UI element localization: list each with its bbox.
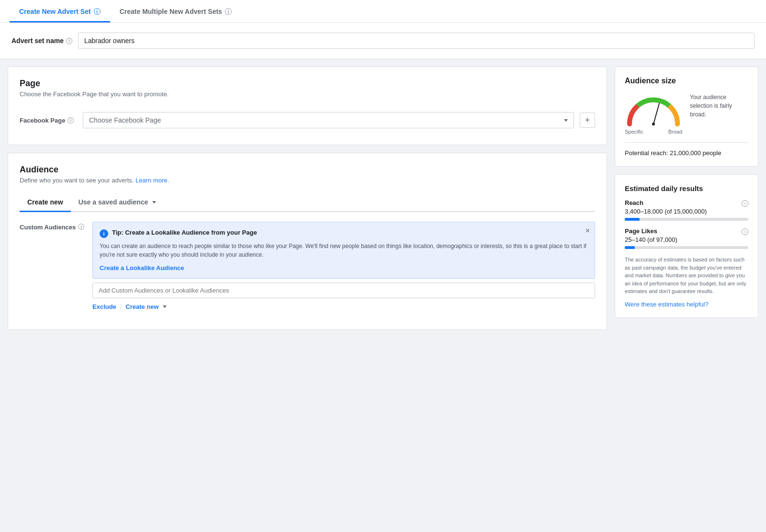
exclude-link[interactable]: Exclude [92,303,116,310]
audience-tab-saved-label: Use a saved audience [79,198,148,206]
gauge-svg: Specific Broad [625,93,682,135]
broad-label: Broad [668,129,682,135]
reach-info-icon[interactable]: i [742,200,748,207]
tip-title: Tip: Create a Lookalike Audience from yo… [112,229,257,236]
reach-value: 3,400–18,000 (of 15,000,000) [625,208,748,215]
audience-size-title: Audience size [625,77,748,85]
custom-audiences-info-icon[interactable]: i [78,224,84,230]
tip-close-button[interactable]: × [586,227,590,235]
tip-body: You can create an audience to reach peop… [100,242,588,259]
tabs-container: Create New Advert Set i Create Multiple … [0,0,766,23]
tab-create-multiple-info-icon[interactable]: i [225,8,232,15]
audience-tabs: Create new Use a saved audience [20,193,595,212]
page-likes-bar-fill [625,246,635,249]
fb-page-row: Facebook Page i Choose Facebook Page + [20,107,595,133]
fb-page-info-icon[interactable]: i [68,117,74,124]
tip-box-header: i Tip: Create a Lookalike Audience from … [100,229,588,238]
create-new-chevron-icon [163,306,167,308]
audience-tab-create-new[interactable]: Create new [20,193,71,212]
fb-page-placeholder: Choose Facebook Page [89,116,161,124]
right-column: Audience size [615,67,758,330]
tab-create-multiple[interactable]: Create Multiple New Advert Sets i [110,0,241,23]
page-likes-metric-row: Page Likes i [625,227,748,236]
estimated-daily-title: Estimated daily results [625,184,748,192]
fb-page-add-button[interactable]: + [580,113,595,128]
potential-reach: Potential reach: 21,000,000 people [625,149,748,157]
audience-size-card: Audience size [615,67,758,167]
advert-name-section: Advert set name i [0,23,766,59]
tab-create-multiple-label: Create Multiple New Advert Sets [120,8,222,15]
advert-name-label: Advert set name i [11,37,72,45]
fb-page-label: Facebook Page i [20,117,77,124]
main-content: Page Choose the Facebook Page that you w… [0,59,766,338]
page-section-title: Page [20,79,595,89]
audiences-input[interactable] [92,283,595,298]
tab-create-new-label: Create New Advert Set [19,8,91,15]
advert-name-info-icon[interactable]: i [66,38,72,44]
audience-tab-create-new-label: Create new [27,198,63,206]
audience-size-description: Your audience selection is fairly broad. [690,93,748,119]
page-likes-label: Page Likes [625,227,657,235]
learn-more-link[interactable]: Learn more. [135,177,169,184]
gauge-container: Specific Broad Your audience selection i… [625,93,748,135]
audience-section-title: Audience [20,165,595,175]
reach-bar-track [625,218,748,221]
custom-audiences-label: Custom Audiences i [20,222,87,310]
tip-info-icon: i [100,229,108,238]
audience-section-subtitle: Define who you want to see your adverts.… [20,177,595,184]
helpful-link[interactable]: Were these estimates helpful? [625,301,709,308]
page-section-subtitle: Choose the Facebook Page that you want t… [20,91,595,98]
page-section: Page Choose the Facebook Page that you w… [8,67,607,145]
reach-label: Reach [625,199,643,206]
fb-page-dropdown[interactable]: Choose Facebook Page [83,112,574,128]
tip-box: × i Tip: Create a Lookalike Audience fro… [92,222,595,279]
reach-metric-row: Reach i [625,199,748,208]
exclude-create-row: Exclude | Create new [92,303,595,310]
audience-section: Audience Define who you want to see your… [8,153,607,330]
audience-size-divider [625,142,748,143]
reach-bar-fill [625,218,640,221]
create-new-button[interactable]: Create new [125,303,166,310]
tab-create-new[interactable]: Create New Advert Set i [10,0,110,23]
page-likes-value: 25–140 (of 97,000) [625,236,748,243]
fb-page-chevron-icon [564,119,568,122]
estimated-daily-card: Estimated daily results Reach i 3,400–18… [615,174,758,318]
specific-label: Specific [625,129,643,135]
custom-audiences-content: × i Tip: Create a Lookalike Audience fro… [92,222,595,310]
custom-audiences-row: Custom Audiences i × i Tip: Create a Loo… [20,222,595,310]
page-wrapper: Create New Advert Set i Create Multiple … [0,0,766,532]
svg-point-1 [652,123,655,125]
left-column: Page Choose the Facebook Page that you w… [8,67,607,330]
page-likes-bar-track [625,246,748,249]
tab-create-new-info-icon[interactable]: i [94,8,101,15]
tip-link[interactable]: Create a Lookalike Audience [100,264,184,272]
gauge-labels: Specific Broad [625,129,682,135]
advert-name-input[interactable] [78,33,755,49]
audience-tab-saved-chevron [152,201,156,204]
pipe-divider: | [120,303,122,310]
estimated-disclaimer: The accuracy of estimates is based on fa… [625,256,748,295]
audience-tab-saved[interactable]: Use a saved audience [71,193,164,212]
tabs-row: Create New Advert Set i Create Multiple … [10,0,756,23]
page-likes-info-icon[interactable]: i [742,228,748,235]
svg-line-0 [653,103,659,124]
